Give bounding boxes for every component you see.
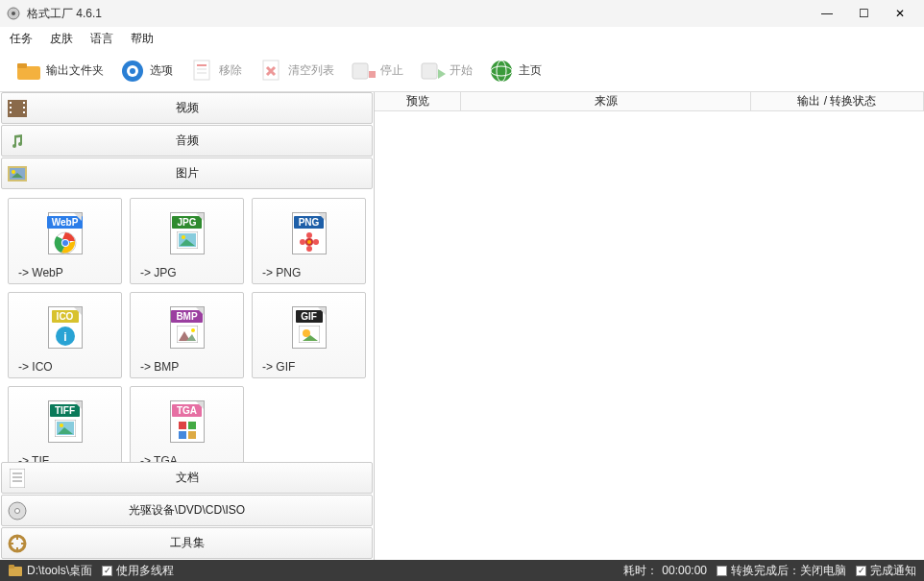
elapsed-time: 耗时： 00:00:00 bbox=[623, 563, 707, 579]
svg-rect-24 bbox=[23, 107, 25, 109]
remove-button[interactable]: 移除 bbox=[182, 56, 248, 86]
col-preview[interactable]: 预览 bbox=[375, 92, 461, 110]
svg-point-28 bbox=[12, 170, 15, 174]
svg-point-1 bbox=[12, 12, 15, 15]
svg-rect-22 bbox=[10, 111, 12, 113]
format-badge: TIFF bbox=[50, 404, 80, 417]
svg-rect-68 bbox=[16, 536, 18, 540]
menu-tasks[interactable]: 任务 bbox=[10, 31, 33, 47]
format-thumb: WebP bbox=[16, 205, 113, 262]
remove-label: 移除 bbox=[219, 62, 242, 79]
start-button[interactable]: 开始 bbox=[413, 56, 478, 86]
svg-point-43 bbox=[307, 240, 311, 244]
multithread-checkbox[interactable]: ✓ 使用多线程 bbox=[102, 563, 174, 579]
left-panel: 视频 音频 图片 WebP-> WebPJPG-> JPGPNG-> PNGIC… bbox=[0, 92, 375, 560]
svg-point-51 bbox=[303, 329, 310, 337]
options-button[interactable]: 选项 bbox=[113, 56, 179, 86]
format-label: -> WebP bbox=[16, 266, 63, 279]
col-source[interactable]: 来源 bbox=[461, 92, 751, 110]
svg-rect-69 bbox=[16, 547, 18, 551]
output-path-button[interactable]: D:\tools\桌面 bbox=[8, 563, 92, 579]
notify-checkbox[interactable]: ✓ 完成通知 bbox=[856, 563, 916, 579]
format-badge: JPG bbox=[172, 216, 201, 229]
svg-rect-59 bbox=[179, 431, 186, 439]
col-status[interactable]: 输出 / 转换状态 bbox=[751, 92, 924, 110]
format-thumb: TGA bbox=[138, 393, 235, 450]
stop-icon bbox=[350, 58, 377, 85]
app-icon bbox=[6, 6, 21, 21]
format-card-gif[interactable]: GIF-> GIF bbox=[252, 292, 366, 378]
svg-rect-3 bbox=[17, 63, 27, 68]
format-thumb: JPG bbox=[138, 205, 235, 262]
svg-rect-12 bbox=[353, 63, 368, 79]
options-label: 选项 bbox=[150, 62, 173, 79]
clear-list-button[interactable]: 清空列表 bbox=[252, 56, 340, 86]
shutdown-checkbox[interactable]: 转换完成后：关闭电脑 bbox=[717, 563, 846, 579]
svg-point-16 bbox=[491, 61, 512, 82]
svg-rect-71 bbox=[21, 543, 25, 545]
menu-help[interactable]: 帮助 bbox=[131, 31, 154, 47]
notify-label: 完成通知 bbox=[870, 563, 916, 579]
category-audio[interactable]: 音频 bbox=[1, 125, 373, 157]
format-card-tga[interactable]: TGA-> TGA bbox=[130, 386, 244, 462]
output-path-text: D:\tools\桌面 bbox=[27, 563, 92, 579]
main-area: 视频 音频 图片 WebP-> WebPJPG-> JPGPNG-> PNGIC… bbox=[0, 92, 924, 560]
format-card-bmp[interactable]: BMP-> BMP bbox=[130, 292, 244, 378]
clear-icon bbox=[257, 58, 284, 85]
format-card-jpg[interactable]: JPG-> JPG bbox=[130, 198, 244, 284]
svg-point-49 bbox=[191, 328, 195, 332]
format-label: -> TGA bbox=[138, 454, 178, 462]
category-document-label: 文档 bbox=[176, 470, 199, 486]
clear-label: 清空列表 bbox=[288, 62, 334, 79]
menu-skin[interactable]: 皮肤 bbox=[50, 31, 73, 47]
home-button[interactable]: 主页 bbox=[482, 56, 547, 86]
window-title: 格式工厂 4.6.1 bbox=[27, 6, 102, 22]
category-audio-label: 音频 bbox=[176, 133, 199, 149]
svg-point-41 bbox=[300, 239, 305, 245]
format-thumb: ICOi bbox=[16, 299, 113, 356]
close-button[interactable]: ✕ bbox=[888, 7, 912, 20]
svg-rect-20 bbox=[10, 102, 12, 104]
svg-point-33 bbox=[62, 240, 68, 246]
task-list[interactable] bbox=[375, 111, 924, 560]
format-card-tiff[interactable]: TIFF-> TIF bbox=[8, 386, 122, 462]
category-picture[interactable]: 图片 bbox=[1, 157, 373, 189]
category-optical-label: 光驱设备\DVD\CD\ISO bbox=[129, 502, 245, 519]
svg-point-40 bbox=[306, 246, 312, 252]
svg-point-55 bbox=[60, 424, 63, 427]
format-thumb: BMP bbox=[138, 299, 235, 356]
category-picture-label: 图片 bbox=[176, 165, 199, 182]
svg-rect-58 bbox=[188, 422, 196, 429]
format-card-png[interactable]: PNG-> PNG bbox=[252, 198, 366, 284]
format-thumb: PNG bbox=[260, 205, 357, 262]
format-badge: ICO bbox=[52, 310, 79, 323]
globe-icon bbox=[488, 58, 515, 85]
category-video[interactable]: 视频 bbox=[1, 92, 373, 124]
menu-language[interactable]: 语言 bbox=[90, 31, 113, 47]
svg-rect-70 bbox=[10, 543, 13, 545]
svg-rect-57 bbox=[179, 422, 186, 429]
category-toolkit[interactable]: 工具集 bbox=[1, 527, 373, 559]
svg-rect-73 bbox=[9, 565, 14, 569]
svg-point-6 bbox=[130, 68, 135, 74]
output-folder-button[interactable]: 输出文件夹 bbox=[10, 56, 109, 86]
format-label: -> JPG bbox=[138, 266, 177, 279]
category-optical[interactable]: 光驱设备\DVD\CD\ISO bbox=[1, 495, 373, 526]
category-video-label: 视频 bbox=[176, 100, 199, 116]
svg-rect-60 bbox=[188, 431, 196, 439]
svg-point-36 bbox=[182, 235, 185, 239]
titlebar: 格式工厂 4.6.1 — ☐ ✕ bbox=[0, 0, 924, 27]
svg-rect-7 bbox=[194, 61, 209, 80]
shutdown-label: 转换完成后：关闭电脑 bbox=[731, 563, 846, 579]
right-panel: 预览 来源 输出 / 转换状态 bbox=[375, 92, 924, 560]
svg-rect-13 bbox=[369, 71, 376, 78]
format-card-webp[interactable]: WebP-> WebP bbox=[8, 198, 122, 284]
maximize-button[interactable]: ☐ bbox=[851, 7, 876, 20]
category-document[interactable]: 文档 bbox=[1, 462, 373, 494]
svg-marker-15 bbox=[438, 69, 446, 79]
stop-button[interactable]: 停止 bbox=[344, 56, 409, 86]
format-card-ico[interactable]: ICOi-> ICO bbox=[8, 292, 122, 378]
svg-rect-23 bbox=[23, 102, 25, 104]
format-badge: PNG bbox=[294, 216, 325, 229]
minimize-button[interactable]: — bbox=[815, 7, 839, 20]
